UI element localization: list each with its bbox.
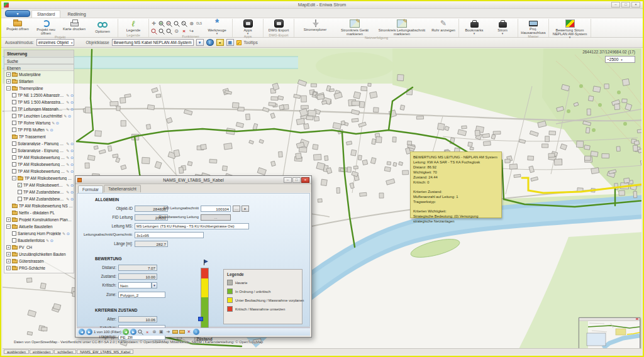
tree-item[interactable]: TP AM Risikobewertung Verteilkabinen✎ ⊙ — [4, 168, 74, 175]
legende-button[interactable]: ℓLegende — [119, 19, 147, 32]
proj-hausanschluss-button[interactable]: Proj. Hausanschluss — [519, 19, 547, 35]
tree-item[interactable]: TP AM Zustandsbewertung MS Kabel✎ ⊙ — [4, 189, 74, 195]
edit-icons[interactable]: ✎ ⊙ — [66, 169, 74, 173]
werkzeuge-button[interactable]: *Werkzeuge▾ — [203, 19, 231, 35]
dialog-minimize-button[interactable]: – — [284, 177, 292, 183]
edit-icons[interactable]: ✎ ⊙ — [66, 155, 74, 160]
expand-icon[interactable]: + — [6, 259, 11, 263]
info-button[interactable]: i — [206, 39, 214, 46]
tree-item[interactable]: −TP AM Risikobewertung MS (Leitung) — [4, 175, 74, 182]
expand-icon[interactable]: + — [6, 217, 11, 222]
expand-icon[interactable]: + — [6, 245, 11, 250]
tree-item[interactable]: +PV_CH — [4, 244, 74, 251]
bewertung-strom-neplan-button[interactable]: Bewertung Strom NEPLAN AM-System▾ — [550, 19, 589, 38]
highlight-button[interactable]: ● — [216, 39, 224, 46]
tree-item[interactable]: −Themenpläne — [4, 85, 74, 92]
layer-checkbox[interactable] — [12, 107, 16, 111]
stromkreis-geraet-button[interactable]: Stromkreis Gerät markieren — [335, 19, 374, 36]
edit-icons[interactable]: ✎ ⊙ — [64, 114, 71, 118]
zoom-prev-icon[interactable] — [180, 20, 187, 27]
alter-field[interactable]: 10.06 — [118, 316, 157, 322]
layer-checkbox[interactable] — [12, 114, 16, 118]
tree-item[interactable]: Solaranalyse - Planung Dächer (BFE)✎ ⊙ — [4, 140, 74, 147]
folder-icon[interactable] — [172, 330, 178, 334]
distanz-field[interactable]: 7.07 — [118, 265, 157, 271]
projekt-neu-oeffnen-button[interactable]: Projekt neu öffnen — [32, 19, 60, 35]
overview-minimap[interactable] — [579, 317, 640, 349]
maximize-button[interactable]: □ — [621, 2, 630, 8]
next-record-button[interactable]: ▶ — [86, 329, 92, 335]
layer-checkbox[interactable] — [12, 231, 16, 236]
layer-checkbox-checked[interactable]: ✓ — [18, 183, 22, 187]
expand-icon[interactable]: + — [6, 273, 11, 273]
layer-checkbox[interactable] — [12, 162, 16, 167]
ellipsis-button[interactable]: … — [233, 206, 240, 212]
tooltips-checkbox[interactable]: ✓ — [236, 40, 242, 45]
edit-icons[interactable]: ✎ ⊙ — [46, 238, 53, 243]
delete-icon[interactable]: ✕ — [186, 329, 192, 335]
tree-item[interactable]: TP NE 1:2500 Albansstrahler✎ ⊙ — [4, 92, 74, 99]
gear-icon[interactable]: ⊛ — [188, 20, 195, 27]
tree-item[interactable]: TP Trassement — [4, 133, 74, 140]
laenge-field[interactable]: 282.7 — [135, 241, 168, 247]
dialog-titlebar[interactable]: NAMS_EW_LTABS_MS_Kabel – □ × — [75, 176, 311, 184]
last-record-button[interactable]: ▶ — [130, 329, 136, 335]
tree-item[interactable]: TP AM Risikobewertung St Komponenten✎ ⊙ — [4, 161, 74, 168]
tree-item[interactable]: Solaranalyse - Eignung Fassaden (BFE)✎ ⊙ — [4, 147, 74, 154]
tree-item[interactable]: +test_WF_Stil — [4, 272, 74, 273]
tree-item[interactable]: TP PFB Muffen✎ ⊙ — [4, 126, 74, 133]
layer-checkbox[interactable] — [12, 148, 16, 153]
tree-item[interactable]: Netfix - dbkdaten PL — [4, 209, 74, 216]
image-icon[interactable]: ▣ — [158, 329, 164, 335]
tree-item[interactable]: +Projekt Konstruktionen Planung — [4, 216, 74, 223]
goto-button[interactable]: ▸ — [242, 206, 249, 212]
clear-selection-icon[interactable]: × — [180, 28, 187, 35]
collapse-icon[interactable]: − — [6, 224, 11, 229]
gauge-marker[interactable] — [198, 317, 203, 321]
layer-checkbox[interactable] — [12, 169, 16, 173]
map-canvas[interactable]: 2644122.37/1249684.02 (17) ~2500▾ Steuer… — [3, 48, 641, 351]
objektklasse-select[interactable]: Bewertung MS Kabel NEPLAN AM-System — [112, 39, 194, 46]
layers-section[interactable]: Ebenen — [4, 64, 74, 71]
tree-item[interactable]: Baustellenfotos✎ ⊙ — [4, 237, 74, 244]
layer-checkbox[interactable] — [12, 93, 16, 97]
layer-checkbox[interactable] — [12, 141, 16, 146]
redo-icon[interactable]: ↪ — [188, 28, 195, 35]
folder-open-icon[interactable] — [179, 330, 185, 334]
objektklasse-dropdown-button[interactable]: ▾ — [196, 39, 204, 46]
expand-icon[interactable]: + — [6, 79, 11, 84]
chevron-down-icon[interactable]: ▼ — [152, 282, 157, 288]
tab-formular[interactable]: Formular — [78, 185, 103, 193]
edit-icons[interactable]: ✎ ⊙ — [66, 162, 74, 167]
tree-item[interactable]: −Aktuelle Baustellen — [4, 223, 74, 230]
layer-checkbox[interactable] — [12, 100, 16, 104]
optionen-button[interactable]: Optionen — [89, 19, 116, 33]
dwg-export-button[interactable]: DWG Export — [265, 19, 292, 32]
strom-button[interactable]: Strom▾ — [489, 19, 516, 35]
zoom-out-icon[interactable] — [165, 20, 172, 27]
tree-item[interactable]: ✓TP AM Risikobewertung MS Leitung✎ ⊙ — [4, 182, 74, 189]
querschnitt-field[interactable]: 3x1x95 — [135, 232, 204, 238]
edit-icons[interactable]: ✎ ⊙ — [52, 121, 59, 125]
pan-icon[interactable]: ✛ — [150, 20, 157, 27]
layer-checkbox[interactable] — [12, 121, 16, 125]
scale-select[interactable]: ~2500▾ — [605, 56, 635, 63]
search-icon[interactable] — [138, 329, 143, 335]
tree-item[interactable]: TP MS 1:500 Albansstrahler✎ ⊙ — [4, 99, 74, 106]
tab-tabellenansicht[interactable]: Tabellenansicht — [104, 185, 141, 192]
expand-icon[interactable]: + — [6, 252, 11, 256]
edit-icons[interactable]: ✎ ⊙ — [66, 148, 74, 153]
edit-icons[interactable]: ✎ ⊙ — [66, 93, 74, 97]
edit-icons[interactable]: ✎ ⊙ — [66, 141, 74, 146]
dialog-maximize-button[interactable]: □ — [292, 177, 301, 183]
projekt-oeffnen-button[interactable]: Projekt öffnen — [4, 19, 31, 31]
info-button[interactable]: i — [193, 329, 199, 335]
bookmarks-button[interactable]: Bookmarks▾ — [460, 19, 488, 35]
tree-item[interactable]: +PRG-Schächte — [4, 265, 74, 272]
leitung-ms-field[interactable]: MS Leitungen: (TS KU Fluhweg - TS KU Kir… — [135, 223, 249, 229]
edit-icons[interactable]: ✎ ⊙ — [66, 107, 74, 111]
layer-checkbox[interactable] — [12, 238, 16, 243]
search-section[interactable]: Suche — [4, 57, 74, 64]
taskbar-ausblenden[interactable]: ausblenden — [4, 349, 29, 354]
edit-icons[interactable]: ✎ ⊙ — [66, 100, 74, 104]
